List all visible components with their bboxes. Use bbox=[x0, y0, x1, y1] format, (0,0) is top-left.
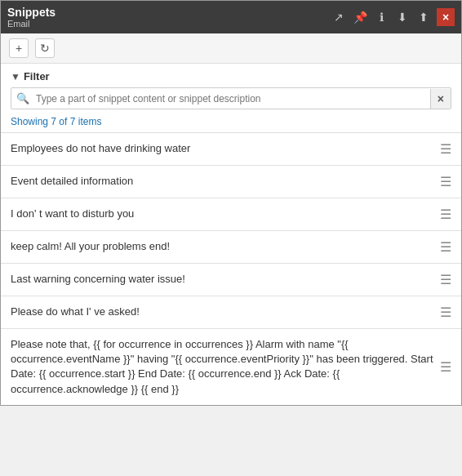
list-item[interactable]: Please note that, {{ for occurrence in o… bbox=[1, 329, 461, 405]
snippet-menu-icon[interactable]: ☰ bbox=[440, 272, 451, 287]
filter-icon: ▼ bbox=[11, 71, 20, 82]
snippet-text: Please do what I' ve asked! bbox=[11, 305, 433, 319]
search-input[interactable] bbox=[34, 90, 430, 108]
close-button[interactable]: × bbox=[437, 8, 455, 26]
search-clear-button[interactable]: × bbox=[430, 89, 451, 109]
snippet-text: Please note that, {{ for occurrence in o… bbox=[11, 337, 433, 397]
list-item[interactable]: keep calm! All your problems end!☰ bbox=[1, 231, 461, 264]
snippet-text: Event detailed information bbox=[11, 174, 433, 189]
snippet-menu-icon[interactable]: ☰ bbox=[440, 207, 451, 222]
snippet-menu-icon[interactable]: ☰ bbox=[440, 141, 451, 157]
snippet-menu-icon[interactable]: ☰ bbox=[440, 239, 451, 255]
showing-label: Showing 7 of 7 items bbox=[1, 113, 461, 132]
filter-section: ▼ Filter 🔍 × bbox=[1, 64, 461, 113]
list-item[interactable]: I don' t want to disturb you☰ bbox=[1, 198, 461, 231]
list-item[interactable]: Event detailed information☰ bbox=[1, 166, 461, 198]
add-button[interactable]: + bbox=[9, 38, 29, 58]
window-title: Snippets bbox=[7, 6, 56, 19]
snippet-text: keep calm! All your problems end! bbox=[11, 239, 433, 254]
search-bar: 🔍 × bbox=[11, 87, 451, 109]
list-item[interactable]: Please do what I' ve asked!☰ bbox=[1, 296, 461, 329]
search-icon: 🔍 bbox=[11, 88, 34, 109]
titlebar: Snippets Email ↗ 📌 ℹ ⬇ ⬆ × bbox=[1, 1, 461, 33]
toolbar: + ↻ bbox=[1, 33, 461, 64]
download-icon[interactable]: ⬇ bbox=[394, 9, 411, 25]
snippet-list: Employees do not have drinking water☰Eve… bbox=[1, 133, 461, 405]
upload-icon[interactable]: ⬆ bbox=[415, 9, 432, 25]
snippet-text: I don' t want to disturb you bbox=[11, 207, 433, 221]
filter-text: Filter bbox=[24, 70, 50, 82]
titlebar-left: Snippets Email bbox=[7, 6, 56, 29]
snippet-text: Last warning concerning water issue! bbox=[11, 272, 433, 287]
window-subtitle: Email bbox=[7, 19, 56, 29]
snippet-menu-icon[interactable]: ☰ bbox=[440, 305, 451, 320]
snippet-menu-icon[interactable]: ☰ bbox=[440, 359, 451, 375]
titlebar-icons: ↗ 📌 ℹ ⬇ ⬆ × bbox=[331, 8, 455, 26]
snippet-text: Employees do not have drinking water bbox=[11, 141, 433, 156]
main-window: Snippets Email ↗ 📌 ℹ ⬇ ⬆ × + ↻ ▼ Filter … bbox=[0, 0, 462, 406]
refresh-button[interactable]: ↻ bbox=[35, 38, 55, 58]
snippet-menu-icon[interactable]: ☰ bbox=[440, 174, 451, 189]
pin-icon[interactable]: 📌 bbox=[352, 9, 368, 25]
list-item[interactable]: Last warning concerning water issue!☰ bbox=[1, 264, 461, 296]
external-link-icon[interactable]: ↗ bbox=[331, 9, 347, 25]
list-item[interactable]: Employees do not have drinking water☰ bbox=[1, 133, 461, 166]
info-icon[interactable]: ℹ bbox=[373, 9, 389, 25]
filter-label: ▼ Filter bbox=[11, 70, 451, 82]
